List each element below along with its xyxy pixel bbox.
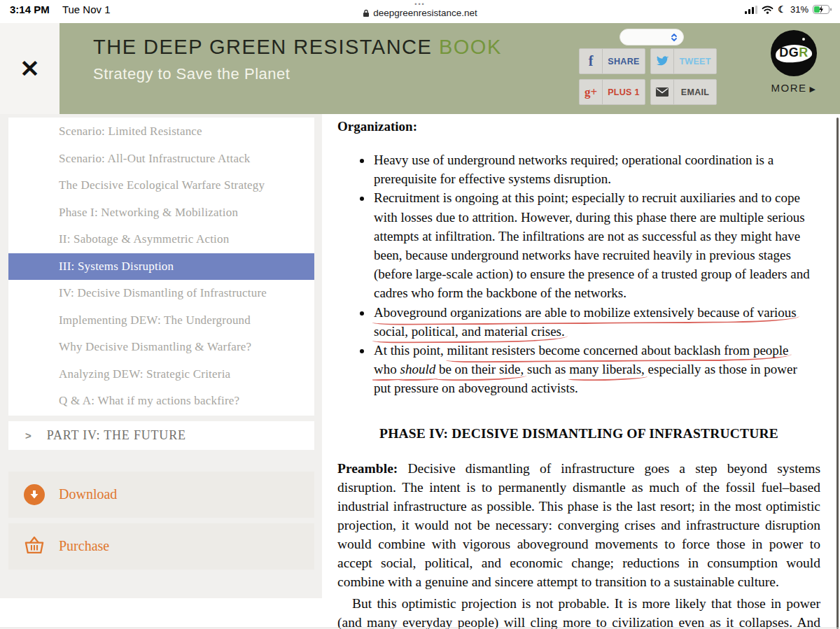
email-share-button[interactable]: EMAIL [650, 79, 717, 105]
sidebar-item[interactable]: Scenario: Limited Resistance [8, 118, 314, 146]
sidebar-item[interactable]: Q & A: What if my actions backfire? [8, 388, 314, 415]
battery-percent: 31% [790, 4, 808, 15]
do-not-disturb-moon-icon: ☾ [778, 5, 786, 14]
red-underlined-text: who [374, 362, 400, 376]
url-text[interactable]: deepgreenresistance.net [373, 8, 477, 18]
bullet-list: Heavy use of underground networks requir… [337, 150, 827, 398]
address-bar[interactable]: ••• deepgreenresistance.net [0, 1, 840, 18]
red-underlined-text: militant resisters become concerned abou… [447, 343, 789, 358]
share-button-label: PLUS 1 [603, 80, 645, 104]
sidebar-item[interactable]: Scenario: All-Out Infrastructure Attack [8, 146, 314, 173]
dgr-logo[interactable]: DGR [771, 30, 817, 76]
envelope-icon [651, 80, 674, 104]
site-subtitle: Strategy to Save the Planet [93, 65, 502, 83]
sidebar-item[interactable]: Implementing DEW: The Underground [8, 307, 314, 334]
site-title-accent: BOOK [439, 36, 502, 58]
status-right: ☾ 31% [745, 4, 832, 15]
page-body: Scenario: Limited ResistanceScenario: Al… [0, 114, 840, 629]
download-icon [24, 484, 45, 505]
sidebar: Scenario: Limited ResistanceScenario: Al… [0, 114, 322, 598]
sidebar-item[interactable]: Analyzing DEW: Strategic Criteria [8, 361, 314, 388]
chevron-right-icon: > [25, 430, 31, 441]
article-content: Organization: Heavy use of underground n… [322, 114, 840, 629]
bullet-item: Heavy use of underground networks requir… [372, 150, 827, 188]
red-underlined-text: be on their side, [435, 362, 524, 376]
red-underlined-text: should [400, 362, 435, 376]
site-title-block: THE DEEP GREEN RESISTANCE BOOK Strategy … [93, 36, 502, 83]
tab-overview-dots[interactable]: ••• [0, 1, 840, 7]
screen: 3:14 PM Tue Nov 1 ••• deepgreenresistanc… [0, 0, 840, 629]
bullet-item: Aboveground organizations are able to mo… [372, 303, 827, 341]
sidebar-item[interactable]: Phase I: Networking & Mobilization [8, 199, 314, 227]
close-icon[interactable]: ✕ [20, 57, 40, 80]
twitter-tweet-button[interactable]: TWEET [650, 48, 717, 74]
download-label: Download [59, 486, 117, 502]
sidebar-item[interactable]: III: Systems Disruption [8, 253, 314, 281]
share-button-label: TWEET [674, 49, 716, 73]
share-button-label: EMAIL [674, 80, 716, 104]
language-select[interactable] [620, 29, 684, 45]
site-header: ✕ THE DEEP GREEN RESISTANCE BOOK Strateg… [0, 23, 840, 114]
preamble-paragraph: Preamble: Decisive dismantling of infras… [337, 459, 820, 591]
purchase-label: Purchase [59, 538, 109, 554]
scrollbar[interactable] [836, 118, 839, 629]
basket-icon [24, 536, 45, 557]
red-underlined-text: many liberals, [569, 362, 645, 376]
red-underlined-text: social, political, and material crises. [374, 324, 565, 339]
close-column: ✕ [0, 23, 59, 114]
facebook-share-button[interactable]: f SHARE [579, 48, 645, 74]
cellular-signal-icon [745, 6, 757, 14]
lock-icon [363, 9, 370, 17]
status-bar: 3:14 PM Tue Nov 1 ••• deepgreenresistanc… [0, 0, 840, 23]
sidebar-item[interactable]: Why Decisive Dismantling & Warfare? [8, 334, 314, 361]
bullet-item: At this point, militant resisters become… [372, 341, 827, 398]
page-bottom-divider [0, 628, 840, 628]
googleplus-icon: g+ [580, 80, 603, 104]
site-title-main: THE DEEP GREEN RESISTANCE [93, 36, 439, 58]
more-button[interactable]: MORE▶ [763, 82, 825, 94]
sidebar-nav-list: Scenario: Limited ResistanceScenario: Al… [8, 118, 314, 416]
facebook-icon: f [580, 49, 603, 73]
bullet-item: Recruitment is ongoing at this point; es… [372, 188, 827, 302]
part-nav-label: PART IV: THE FUTURE [47, 428, 186, 443]
sidebar-item[interactable]: II: Sabotage & Asymmetric Action [8, 226, 314, 253]
share-buttons: f SHARE TWEET g+ PLUS 1 [579, 48, 717, 105]
logo-block: DGR MORE▶ [763, 30, 825, 94]
purchase-button[interactable]: Purchase [8, 523, 314, 570]
header-banner: THE DEEP GREEN RESISTANCE BOOK Strategy … [59, 23, 840, 114]
logo-bird-eye [802, 38, 805, 41]
more-arrow-icon: ▶ [810, 85, 817, 93]
preamble-label: Preamble: [337, 461, 398, 476]
sidebar-item[interactable]: The Decisive Ecological Warfare Strategy [8, 172, 314, 199]
sidebar-item[interactable]: IV: Decisive Dismantling of Infrastructu… [8, 280, 314, 307]
battery-charging-icon [813, 5, 832, 14]
share-button-label: SHARE [603, 49, 645, 73]
red-underlined-text: Aboveground organizations are able to mo… [374, 305, 797, 320]
googleplus-plusone-button[interactable]: g+ PLUS 1 [579, 79, 645, 105]
phase-heading: PHASE IV: DECISIVE DISMANTLING OF INFRAS… [337, 426, 820, 441]
sidebar-item-part-iv-the-future[interactable]: > PART IV: THE FUTURE [8, 421, 314, 450]
wifi-icon [762, 6, 774, 14]
site-title: THE DEEP GREEN RESISTANCE BOOK [93, 36, 502, 59]
body-paragraph: But this optimistic projection is not pr… [337, 594, 820, 629]
download-button[interactable]: Download [8, 472, 314, 518]
select-chevrons-icon [669, 32, 679, 43]
twitter-bird-icon [651, 49, 674, 73]
section-heading: Organization: [337, 119, 840, 134]
logo-text: DGR [771, 45, 817, 60]
